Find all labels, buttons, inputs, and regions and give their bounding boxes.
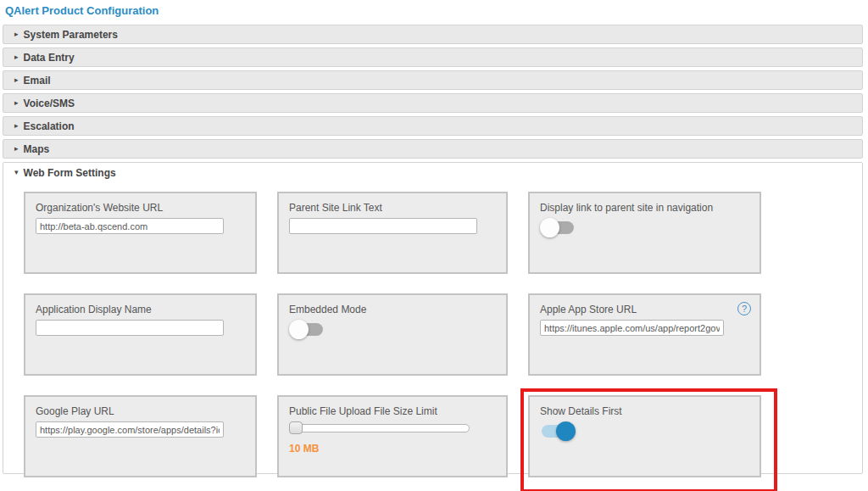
accordion-section-label: Email	[24, 75, 51, 86]
setting-label: Display link to parent site in navigatio…	[540, 202, 749, 214]
chevron-right-icon: ▸	[14, 76, 19, 84]
chevron-right-icon: ▸	[14, 53, 19, 61]
setting-label: Google Play URL	[36, 405, 245, 417]
page-title: QAlert Product Configuration	[5, 4, 863, 17]
apple-app-store-url-input[interactable]	[540, 320, 724, 336]
card-public-file-upload-size-limit: Public File Upload File Size Limit 10 MB	[277, 395, 508, 477]
setting-label: Application Display Name	[36, 304, 245, 315]
accordion-section-label: Web Form Settings	[24, 167, 116, 179]
accordion-section-voice-sms[interactable]: ▸ Voice/SMS	[3, 93, 863, 113]
card-show-details-first: Show Details First	[528, 395, 761, 477]
setting-label: Apple App Store URL	[540, 304, 749, 315]
accordion-section-web-form-settings[interactable]: ▾ Web Form Settings	[3, 163, 862, 182]
chevron-right-icon: ▸	[14, 145, 19, 153]
accordion-section-label: Data Entry	[24, 52, 75, 64]
accordion-section-label: System Parameters	[24, 29, 118, 41]
accordion-section-label: Maps	[24, 143, 50, 155]
setting-label: Organization's Website URL	[36, 202, 245, 214]
card-application-display-name: Application Display Name	[24, 293, 257, 376]
accordion-section-system-parameters[interactable]: ▸ System Parameters	[3, 25, 863, 44]
accordion-section-label: Voice/SMS	[24, 98, 75, 109]
organization-website-url-input[interactable]	[36, 218, 224, 234]
accordion: ▸ System Parameters ▸ Data Entry ▸ Email…	[3, 25, 863, 474]
accordion-section-escalation[interactable]: ▸ Escalation	[3, 116, 863, 136]
toggle-knob	[289, 320, 309, 339]
chevron-right-icon: ▸	[14, 122, 19, 130]
settings-cards-grid: Organization's Website URL Parent Site L…	[3, 182, 862, 477]
chevron-right-icon: ▸	[14, 99, 19, 107]
accordion-section-email[interactable]: ▸ Email	[3, 70, 863, 90]
slider-thumb[interactable]	[289, 421, 303, 434]
chevron-right-icon: ▸	[14, 31, 19, 38]
accordion-section-maps[interactable]: ▸ Maps	[3, 139, 863, 159]
accordion-panel-web-form-settings: ▾ Web Form Settings Organization's Websi…	[3, 162, 863, 474]
google-play-url-input[interactable]	[36, 421, 224, 438]
slider-track	[289, 424, 470, 432]
toggle-knob	[556, 421, 576, 441]
accordion-section-data-entry[interactable]: ▸ Data Entry	[3, 47, 863, 67]
setting-label: Parent Site Link Text	[289, 202, 496, 214]
setting-label: Embedded Mode	[289, 304, 496, 315]
qalert-config-page: QAlert Product Configuration ▸ System Pa…	[0, 0, 865, 474]
card-organization-website-url: Organization's Website URL	[24, 192, 257, 274]
toggle-knob	[540, 218, 559, 237]
show-details-first-toggle[interactable]	[540, 421, 576, 441]
application-display-name-input[interactable]	[36, 320, 224, 336]
card-parent-site-link-text: Parent Site Link Text	[277, 192, 508, 274]
display-parent-link-toggle[interactable]	[540, 218, 576, 237]
chevron-down-icon: ▾	[14, 169, 19, 176]
setting-label: Show Details First	[540, 405, 749, 417]
card-embedded-mode: Embedded Mode	[277, 293, 508, 376]
accordion-section-label: Escalation	[24, 120, 75, 132]
file-size-value: 10 MB	[289, 443, 496, 455]
setting-label: Public File Upload File Size Limit	[289, 405, 496, 417]
card-google-play-url: Google Play URL	[24, 395, 257, 477]
embedded-mode-toggle[interactable]	[289, 320, 325, 339]
help-icon[interactable]: ?	[737, 302, 751, 315]
card-apple-app-store-url: ? Apple App Store URL	[528, 293, 761, 376]
parent-site-link-text-input[interactable]	[289, 218, 477, 234]
card-display-link-to-parent-site: Display link to parent site in navigatio…	[528, 192, 761, 274]
file-size-slider[interactable]	[289, 421, 470, 434]
